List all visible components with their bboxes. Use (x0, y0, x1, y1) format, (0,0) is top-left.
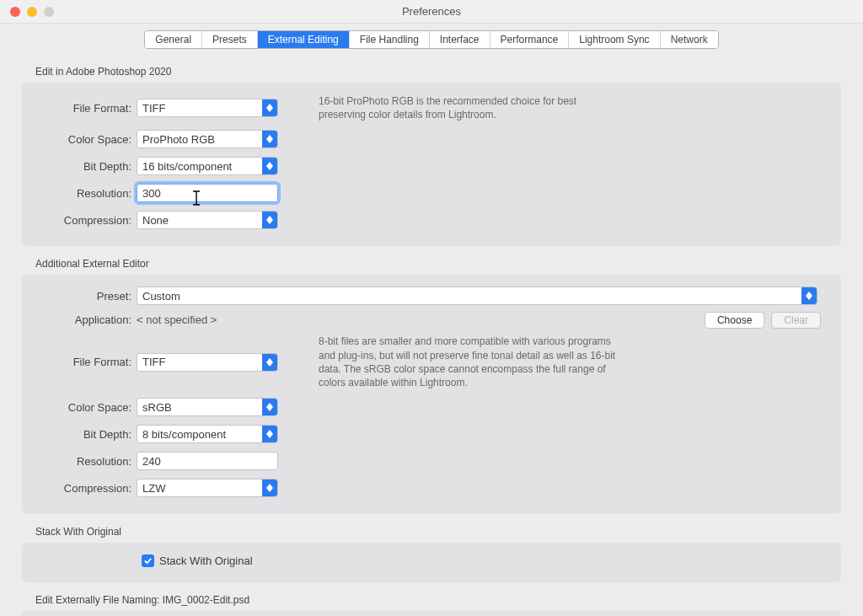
application-label: Application: (37, 313, 137, 326)
updown-icon (262, 99, 277, 116)
stack-checkbox-label: Stack With Original (159, 554, 253, 567)
section-header-naming: Edit Externally File Naming: IMG_0002-Ed… (35, 594, 850, 606)
tab-file-handling[interactable]: File Handling (350, 31, 430, 48)
bit-depth-select-2[interactable]: 8 bits/component (137, 425, 278, 443)
preset-select[interactable]: Custom (137, 287, 817, 305)
preference-tabstrip: GeneralPresetsExternal EditingFile Handl… (144, 30, 718, 49)
compression-label: Compression: (37, 214, 137, 227)
color-space-label: Color Space: (37, 133, 137, 146)
tab-general[interactable]: General (145, 31, 202, 48)
window-title: Preferences (402, 5, 461, 18)
tab-network[interactable]: Network (661, 31, 718, 48)
file-format-select[interactable]: TIFF (137, 99, 278, 117)
stack-checkbox[interactable] (142, 554, 154, 567)
bit-depth-value: 16 bits/component (142, 160, 232, 173)
close-button[interactable] (10, 7, 20, 17)
preference-tabbar: GeneralPresetsExternal EditingFile Handl… (0, 24, 863, 54)
panel-naming: Template: Custom Settings Custom Text: S… (22, 611, 841, 616)
updown-icon (262, 426, 277, 442)
color-space-select-2[interactable]: sRGB (137, 398, 278, 416)
panel-additional: Preset: Custom Application: < not specif… (22, 275, 841, 514)
text-cursor-icon (190, 190, 203, 206)
file-format-select-2[interactable]: TIFF (137, 353, 278, 372)
choose-button[interactable]: Choose (705, 312, 764, 329)
updown-icon (262, 131, 277, 147)
file-format-value-2: TIFF (142, 356, 165, 368)
updown-icon (801, 287, 817, 304)
panel-stack: Stack With Original (22, 543, 841, 582)
resolution-input[interactable]: 300 (137, 184, 278, 202)
zoom-button[interactable] (44, 7, 54, 17)
color-space-select[interactable]: ProPhoto RGB (137, 130, 278, 148)
section-header-photoshop: Edit in Adobe Photoshop 2020 (35, 66, 850, 78)
color-space-label-2: Color Space: (37, 401, 137, 414)
bit-depth-select[interactable]: 16 bits/component (137, 157, 278, 175)
compression-select[interactable]: None (137, 211, 278, 229)
updown-icon (262, 212, 277, 228)
window-controls (10, 7, 54, 17)
bit-depth-label-2: Bit Depth: (37, 428, 137, 441)
additional-help-text: 8-bit files are smaller and more compati… (319, 335, 622, 389)
bit-depth-value-2: 8 bits/component (142, 428, 226, 441)
resolution-input-2[interactable]: 240 (137, 452, 278, 470)
section-header-additional: Additional External Editor (35, 258, 850, 270)
color-space-value: ProPhoto RGB (142, 133, 215, 146)
content-area: Edit in Adobe Photoshop 2020 File Format… (0, 54, 863, 616)
panel-photoshop: File Format: TIFF 16-bit ProPhoto RGB is… (22, 83, 841, 246)
color-space-value-2: sRGB (142, 401, 172, 414)
titlebar: Preferences (0, 0, 863, 24)
file-format-value: TIFF (142, 102, 165, 115)
photoshop-help-text: 16-bit ProPhoto RGB is the recommended c… (319, 94, 622, 121)
minimize-button[interactable] (27, 7, 37, 17)
compression-select-2[interactable]: LZW (137, 479, 278, 497)
resolution-label: Resolution: (37, 187, 137, 200)
tab-performance[interactable]: Performance (490, 31, 570, 48)
tab-external-editing[interactable]: External Editing (258, 31, 350, 48)
compression-value: None (142, 214, 169, 227)
bit-depth-label: Bit Depth: (37, 160, 137, 173)
file-format-label-2: File Format: (37, 356, 137, 368)
preset-value: Custom (142, 290, 180, 303)
tab-presets[interactable]: Presets (202, 31, 258, 48)
updown-icon (262, 479, 277, 496)
updown-icon (262, 354, 277, 371)
application-value: < not specified > (137, 313, 217, 326)
tab-interface[interactable]: Interface (430, 31, 490, 48)
clear-button: Clear (771, 312, 821, 329)
file-format-label: File Format: (37, 102, 137, 115)
compression-value-2: LZW (142, 482, 165, 495)
updown-icon (262, 399, 277, 415)
section-header-stack: Stack With Original (35, 526, 850, 538)
resolution-value-2: 240 (142, 455, 161, 468)
updown-icon (262, 158, 277, 174)
resolution-label-2: Resolution: (37, 455, 137, 468)
resolution-value: 300 (142, 187, 161, 200)
tab-lightroom-sync[interactable]: Lightroom Sync (569, 31, 660, 48)
preset-label: Preset: (37, 290, 137, 303)
compression-label-2: Compression: (37, 482, 137, 495)
